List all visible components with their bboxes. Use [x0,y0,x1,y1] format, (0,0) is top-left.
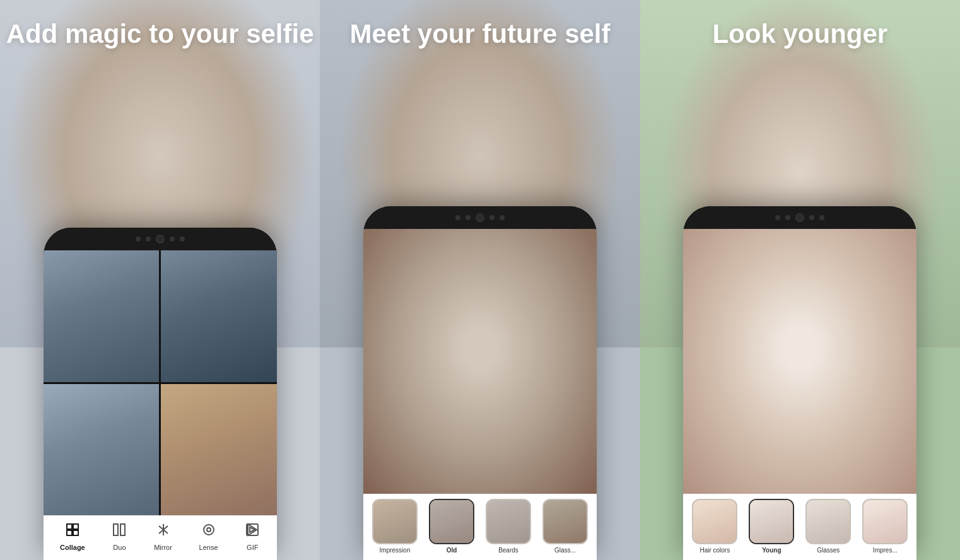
panel-look-younger: Look younger Hair colors [640,0,960,560]
filter-label-hair: Hair colors [700,547,730,554]
filter-impress[interactable]: Impres... [858,499,911,554]
panel3-headline: Look younger [640,19,960,49]
filter-hair-colors[interactable]: Hair colors [688,499,741,554]
old-face-display [363,229,597,494]
svg-rect-0 [67,524,72,529]
collage-grid [44,250,277,515]
filter-img-impression [372,499,418,544]
notch-dot-3 [170,236,175,242]
svg-point-6 [204,525,214,535]
phone-notch-2 [363,206,597,229]
notch-camera-2 [476,213,484,222]
mirror-icon [156,522,171,541]
filter-img-glasses [805,499,851,544]
filter-glass[interactable]: Glass... [539,499,592,554]
notch-dot-4 [180,236,185,242]
collage-cell-4 [161,384,277,516]
filter-label-glass: Glass... [554,547,576,554]
notch-dot-6 [465,215,471,220]
svg-rect-4 [114,524,118,535]
filter-impression[interactable]: Impression [368,499,421,554]
panel-add-magic: Add magic to your selfie [0,0,320,560]
toolbar-duo[interactable]: Duo [112,522,127,551]
filter-beards[interactable]: Beards [482,499,535,554]
svg-rect-5 [120,524,125,535]
collage-cell-1 [44,250,160,382]
filter-young[interactable]: Young [745,499,798,554]
filter-label-impress: Impres... [873,547,898,554]
filter-img-old [429,499,474,544]
filter-label-glasses: Glasses [817,547,840,554]
filter-label-beards: Beards [498,547,518,554]
notch-dot-2 [146,236,151,242]
young-face-display [683,229,916,494]
filter-face-impress [863,500,906,543]
filter-old[interactable]: Old [425,499,478,554]
filter-img-glass [542,499,588,544]
phone-mockup-2: Impression Old Beards [363,206,597,560]
lense-icon [201,522,216,541]
filter-label-impression: Impression [380,547,411,554]
panel1-headline: Add magic to your selfie [0,19,320,49]
notch-dot-10 [785,215,790,220]
filter-face-glass [544,500,587,543]
filter-face-beards [487,500,530,543]
filter-face-old [430,500,473,543]
notch-dot-7 [489,215,495,220]
collage-icon [65,522,80,541]
filter-row-2: Impression Old Beards [363,494,597,560]
phone-screen-2: Impression Old Beards [363,229,597,560]
young-screen [683,229,916,494]
filter-img-beards [486,499,531,544]
mirror-label: Mirror [154,544,172,551]
filter-glasses[interactable]: Glasses [802,499,855,554]
filter-face-impression [373,500,416,543]
notch-dot-5 [455,215,460,220]
phone-screen-3: Hair colors Young Glasses [683,229,916,560]
toolbar-1: Collage Duo Mirror [44,515,277,560]
toolbar-mirror[interactable]: Mirror [154,522,172,551]
filter-img-hair [692,499,737,544]
collage-cell-3 [44,384,160,516]
collage-face-3 [44,384,160,516]
phone-screen-1: Collage Duo Mirror [44,250,277,560]
toolbar-gif[interactable]: GIF [245,522,260,551]
filter-label-young: Young [762,547,781,554]
phone-notch-3 [683,206,916,229]
filter-label-old: Old [447,547,457,554]
filter-row-3: Hair colors Young Glasses [683,494,916,560]
collage-face-2 [161,250,277,382]
filter-face-young [750,500,793,543]
svg-rect-3 [73,530,78,535]
filter-face-hair [693,500,736,543]
svg-point-7 [207,528,211,532]
svg-rect-1 [73,524,78,529]
filter-img-impress [862,499,908,544]
notch-dot-8 [500,215,505,220]
toolbar-collage[interactable]: Collage [60,522,85,551]
filter-img-young [749,499,794,544]
collage-label: Collage [60,544,85,551]
collage-cell-2 [161,250,277,382]
panel2-headline: Meet your future self [320,19,640,49]
lense-label: Lense [199,544,218,551]
notch-camera-3 [795,213,804,222]
panel-future-self: Meet your future self Impression [320,0,640,560]
gif-label: GIF [247,544,258,551]
notch-dot-9 [775,215,780,220]
age-screen [363,229,597,494]
notch-dot-12 [819,215,824,220]
gif-icon [245,522,260,541]
duo-label: Duo [113,544,126,551]
svg-rect-2 [67,530,72,535]
phone-mockup-3: Hair colors Young Glasses [683,206,916,560]
phone-mockup-1: Collage Duo Mirror [44,228,277,560]
toolbar-lense[interactable]: Lense [199,522,218,551]
filter-face-glasses [807,500,850,543]
duo-icon [112,522,127,541]
notch-dot-1 [136,236,141,242]
notch-camera-1 [156,235,165,243]
notch-dot-11 [809,215,814,220]
collage-face-1 [44,250,160,382]
collage-face-4 [161,384,277,516]
